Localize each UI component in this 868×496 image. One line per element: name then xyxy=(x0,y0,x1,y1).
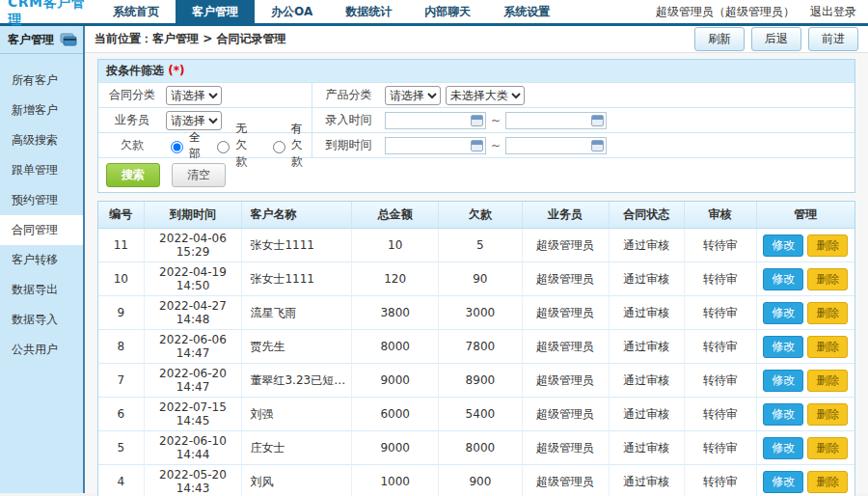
cell-audit: 转待审 xyxy=(685,330,756,364)
delete-button[interactable]: 删除 xyxy=(807,437,848,459)
delete-button[interactable]: 删除 xyxy=(807,471,848,493)
debt-radio[interactable] xyxy=(171,141,183,153)
cell-customer-name: 董翠红3.23已短信跟进 xyxy=(242,364,352,398)
search-button[interactable]: 搜索 xyxy=(106,163,160,187)
edit-button[interactable]: 修改 xyxy=(763,437,803,459)
cell-debt: 3000 xyxy=(439,296,522,330)
topbar-right: 超级管理员（超级管理员） 退出登录 xyxy=(656,0,868,23)
nav-item[interactable]: 系统设置 xyxy=(487,0,566,23)
edit-button[interactable]: 修改 xyxy=(763,336,803,358)
cell-status: 通过审核 xyxy=(609,296,684,330)
cell-salesperson: 超级管理员 xyxy=(522,229,609,262)
table-row: 72022-06-20 14:47董翠红3.23已短信跟进90008900超级管… xyxy=(98,364,854,398)
cell-audit: 转待审 xyxy=(685,229,756,262)
sidebar-item[interactable]: 数据导入 xyxy=(0,305,83,335)
edit-button[interactable]: 修改 xyxy=(763,403,803,426)
nav-item[interactable]: 内部聊天 xyxy=(408,0,487,23)
cell-actions: 修改删除 xyxy=(756,229,854,262)
table-row: 92022-04-27 14:48流星飞雨38003000超级管理员通过审核转待… xyxy=(98,296,854,330)
delete-button[interactable]: 删除 xyxy=(807,403,848,426)
cell-audit: 转待审 xyxy=(685,262,756,296)
main-nav: 系统首页客户管理办公OA数据统计内部聊天系统设置 xyxy=(96,0,566,23)
table-row: 102022-04-19 14:50张女士111112090超级管理员通过审核转… xyxy=(98,262,854,296)
delete-button[interactable]: 删除 xyxy=(807,370,848,392)
cell-status: 通过审核 xyxy=(609,398,684,431)
nav-item[interactable]: 客户管理 xyxy=(176,0,255,23)
sidebar-item[interactable]: 跟单管理 xyxy=(0,155,83,185)
cell-actions: 修改删除 xyxy=(756,330,854,364)
app-logo: CRM客户管理 xyxy=(0,0,96,23)
table-row: 82022-06-06 14:47贾先生80007800超级管理员通过审核转待审… xyxy=(98,330,854,364)
edit-button[interactable]: 修改 xyxy=(763,302,803,324)
cell-total: 10 xyxy=(352,229,439,262)
sidebar-item[interactable]: 高级搜索 xyxy=(0,125,83,155)
sidebar-item[interactable]: 所有客户 xyxy=(0,66,83,96)
cell-actions: 修改删除 xyxy=(756,364,854,398)
cell-actions: 修改删除 xyxy=(756,431,854,465)
debt-radio-option[interactable]: 有欠款 xyxy=(268,121,312,170)
edit-button[interactable]: 修改 xyxy=(763,268,803,290)
edit-button[interactable]: 修改 xyxy=(763,471,803,493)
cell-audit: 转待审 xyxy=(685,431,756,465)
nav-item[interactable]: 系统首页 xyxy=(96,0,176,23)
sidebar-item[interactable]: 公共用户 xyxy=(0,335,83,365)
column-header: 客户名称 xyxy=(242,202,352,229)
cell-salesperson: 超级管理员 xyxy=(522,330,609,364)
toolbar-buttons: 刷新后退前进 xyxy=(694,27,858,51)
cell-debt: 8000 xyxy=(439,431,522,465)
calendar-icon[interactable] xyxy=(471,115,483,126)
contract-category-select[interactable]: 请选择 xyxy=(166,86,222,105)
calendar-icon[interactable] xyxy=(591,115,604,126)
cell-due-time: 2022-07-15 14:45 xyxy=(144,398,242,431)
delete-button[interactable]: 删除 xyxy=(807,336,848,358)
cell-customer-name: 张女士1111 xyxy=(242,262,352,296)
top-bar: CRM客户管理 系统首页客户管理办公OA数据统计内部聊天系统设置 超级管理员（超… xyxy=(0,0,868,26)
cell-debt: 900 xyxy=(439,465,522,496)
cell-salesperson: 超级管理员 xyxy=(522,398,609,431)
cell-id: 4 xyxy=(98,465,144,496)
filter-panel-title: 按条件筛选 (*) xyxy=(98,60,854,82)
logout-link[interactable]: 退出登录 xyxy=(810,4,856,20)
sidebar-item[interactable]: 数据导出 xyxy=(0,275,83,305)
toolbar-button[interactable]: 刷新 xyxy=(694,27,745,51)
delete-button[interactable]: 删除 xyxy=(807,234,848,257)
nav-item[interactable]: 办公OA xyxy=(255,0,329,23)
calendar-icon[interactable] xyxy=(471,140,483,152)
toolbar-button[interactable]: 前进 xyxy=(808,27,858,51)
cell-status: 通过审核 xyxy=(609,229,684,262)
sidebar-item[interactable]: 新增客户 xyxy=(0,96,83,125)
table-row: 62022-07-15 14:45刘强60005400超级管理员通过审核转待审修… xyxy=(98,398,854,431)
clear-button[interactable]: 清空 xyxy=(172,163,226,187)
calendar-icon[interactable] xyxy=(591,140,604,152)
debt-radio[interactable] xyxy=(273,141,285,153)
cell-due-time: 2022-04-27 14:48 xyxy=(144,296,242,330)
sidebar-item[interactable]: 客户转移 xyxy=(0,245,83,275)
sidebar-list: 所有客户新增客户高级搜索跟单管理预约管理合同管理客户转移数据导出数据导入公共用户 xyxy=(0,54,83,365)
sidebar-item[interactable]: 预约管理 xyxy=(0,185,83,215)
cell-status: 通过审核 xyxy=(609,465,684,496)
cell-due-time: 2022-05-20 14:43 xyxy=(144,465,242,496)
delete-button[interactable]: 删除 xyxy=(807,302,848,324)
product-subcategory-select[interactable]: 未选择大类 xyxy=(446,86,525,105)
toolbar-button[interactable]: 后退 xyxy=(751,27,801,51)
cell-total: 3800 xyxy=(352,296,439,330)
cell-total: 8000 xyxy=(352,330,439,364)
debt-radio-option[interactable]: 全部 xyxy=(166,129,201,162)
product-category-select[interactable]: 请选择 xyxy=(385,86,441,105)
debt-radio[interactable] xyxy=(217,141,230,153)
cell-customer-name: 刘强 xyxy=(242,398,352,431)
edit-button[interactable]: 修改 xyxy=(763,234,803,257)
range-separator: ~ xyxy=(491,114,501,127)
cell-status: 通过审核 xyxy=(609,262,684,296)
nav-item[interactable]: 数据统计 xyxy=(329,0,408,23)
cell-debt: 5400 xyxy=(439,398,522,431)
cell-salesperson: 超级管理员 xyxy=(522,431,609,465)
cell-id: 7 xyxy=(98,364,144,398)
cell-due-time: 2022-06-06 14:47 xyxy=(144,330,242,364)
sidebar-item[interactable]: 合同管理 xyxy=(0,215,83,245)
table-row: 112022-04-06 15:29张女士1111105超级管理员通过审核转待审… xyxy=(98,229,854,262)
cell-audit: 转待审 xyxy=(685,296,756,330)
cell-customer-name: 张女士1111 xyxy=(242,229,352,262)
delete-button[interactable]: 删除 xyxy=(807,268,848,290)
edit-button[interactable]: 修改 xyxy=(763,370,803,392)
